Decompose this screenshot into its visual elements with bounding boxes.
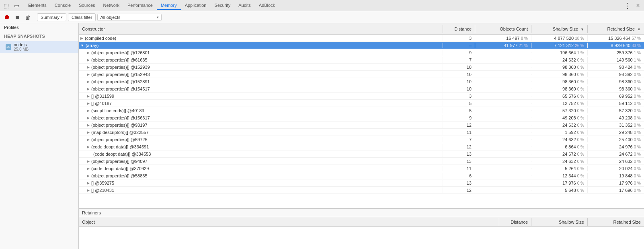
constructor-name: (object properties)[] @94097 xyxy=(91,159,148,164)
sidebar-item-profiles[interactable]: Profiles xyxy=(0,23,78,31)
expand-arrow-icon[interactable]: ▶ xyxy=(87,80,90,84)
retainers-table-header: Object Distance Shallow Size Retained Si… xyxy=(79,217,644,227)
expand-arrow-icon[interactable]: ▶ xyxy=(87,101,90,105)
constructor-name: (object properties)[] @154517 xyxy=(91,86,150,91)
tab-audits[interactable]: Audits xyxy=(234,1,255,10)
more-tabs-button[interactable]: ⋮ xyxy=(621,1,634,10)
inspect-icon[interactable]: ⬚ xyxy=(2,1,10,10)
table-row[interactable]: ▶(object properties)[] @1268019196 664 1… xyxy=(79,49,644,56)
expand-arrow-icon[interactable]: ▶ xyxy=(87,138,90,142)
expand-arrow-icon[interactable]: ▶ xyxy=(87,145,90,149)
expand-arrow-icon[interactable]: ▼ xyxy=(80,43,84,47)
distance-cell: 3 xyxy=(443,35,475,41)
table-row[interactable]: ▶(object properties)[] @1545171098 360 0… xyxy=(79,85,644,93)
table-row[interactable]: ▶(code deopt data)[] @370929115 264 0 %2… xyxy=(79,165,644,172)
table-row[interactable]: ▶(object properties)[] @1529391098 360 0… xyxy=(79,64,644,71)
clear-profiles-icon[interactable]: 🗑 xyxy=(23,13,32,22)
table-row[interactable]: ▶(object properties)[] @1529431098 360 0… xyxy=(79,71,644,78)
constructor-name: [] @210431 xyxy=(91,188,114,193)
expand-arrow-icon[interactable]: ▶ xyxy=(87,109,90,113)
table-row[interactable]: ▶(object properties)[] @59725724 632 0 %… xyxy=(79,136,644,143)
retained-sort-arrow-icon: ▼ xyxy=(637,27,641,31)
device-icon[interactable]: ▭ xyxy=(12,1,21,10)
tab-elements[interactable]: Elements xyxy=(24,1,51,10)
tab-application[interactable]: Application xyxy=(181,1,211,10)
class-filter-btn[interactable]: Class filter xyxy=(68,13,96,21)
memory-toolbar: ⏺ ⏹ 🗑 Summary ▾ Class filter All objects… xyxy=(0,11,644,23)
retainers-header: Retainers xyxy=(79,209,644,217)
tab-security[interactable]: Security xyxy=(210,1,234,10)
all-objects-label: All objects xyxy=(100,15,157,20)
all-objects-dropdown[interactable]: All objects ▾ xyxy=(97,14,162,21)
expand-arrow-icon[interactable]: ▶ xyxy=(87,174,90,178)
expand-arrow-icon[interactable]: ▶ xyxy=(87,65,90,69)
constructor-name: [] @40187 xyxy=(91,101,112,106)
distance-cell: 3 xyxy=(443,93,475,99)
objects-count-cell xyxy=(475,154,531,154)
table-row[interactable]: ▶[] @3592751317 976 0 %17 976 0 % xyxy=(79,179,644,187)
heap-item-name: nodejs xyxy=(14,42,29,47)
table-row[interactable]: ▶(object properties)[] @1528911098 360 0… xyxy=(79,78,644,85)
heap-snapshot-item[interactable]: JS nodejs 25.6 MB xyxy=(0,41,78,53)
summary-dropdown[interactable]: Summary ▾ xyxy=(37,13,66,21)
objects-count-cell xyxy=(475,183,531,183)
stop-icon[interactable]: ⏹ xyxy=(13,13,22,22)
table-row[interactable]: ▶(script line ends)[] @40183557 320 0 %5… xyxy=(79,107,644,114)
distance-cell: 13 xyxy=(443,151,475,157)
retained-size-cell: 98 360 0 % xyxy=(588,79,644,84)
heap-snapshots-title: HEAP SNAPSHOTS xyxy=(0,31,78,41)
expand-arrow-icon[interactable]: ▶ xyxy=(87,130,90,134)
tab-adblock[interactable]: AdBlock xyxy=(255,1,279,10)
tab-memory[interactable]: Memory xyxy=(157,1,181,10)
expand-arrow-icon[interactable]: ▶ xyxy=(87,58,90,62)
retained-size-cell: 24 672 0 % xyxy=(588,151,644,157)
table-row[interactable]: ▶[] @40187512 752 0 %59 112 0 % xyxy=(79,100,644,107)
tab-console[interactable]: Console xyxy=(51,1,75,10)
main-layout: Profiles HEAP SNAPSHOTS JS nodejs 25.6 M… xyxy=(0,23,644,249)
table-row[interactable]: ▶(code deopt data)[] @334591126 864 0 %2… xyxy=(79,143,644,150)
retained-size-cell: 15 326 464 57 % xyxy=(588,35,644,41)
expand-arrow-icon[interactable]: ▶ xyxy=(87,123,90,127)
retainers-section: Retainers Object Distance Shallow Size R… xyxy=(79,208,644,249)
expand-arrow-icon[interactable]: ▶ xyxy=(87,188,90,192)
retainers-body xyxy=(79,227,644,249)
tab-network[interactable]: Network xyxy=(99,1,123,10)
distance-cell: 11 xyxy=(443,130,475,135)
table-row[interactable]: ▶(object properties)[] @940971324 632 0 … xyxy=(79,158,644,165)
table-row[interactable]: ▶(object properties)[] @61635724 632 0 %… xyxy=(79,56,644,64)
retained-size-cell: 25 400 0 % xyxy=(588,137,644,142)
tab-performance[interactable]: Performance xyxy=(123,1,157,10)
expand-arrow-icon[interactable]: ▶ xyxy=(87,94,90,98)
constructor-name: (object properties)[] @59725 xyxy=(91,137,148,142)
shallow-size-cell: 57 320 0 % xyxy=(531,108,588,113)
expand-arrow-icon[interactable]: ▶ xyxy=(80,36,83,40)
objects-count-cell xyxy=(475,132,531,133)
distance-cell: 12 xyxy=(443,144,475,150)
expand-arrow-icon[interactable]: ▶ xyxy=(87,167,90,171)
close-devtools-button[interactable]: ✕ xyxy=(634,1,642,10)
table-row[interactable]: ▶(compiled code)316 497 8 %4 877 520 18 … xyxy=(79,35,644,42)
expand-arrow-icon[interactable]: ▶ xyxy=(87,116,90,120)
shallow-size-cell: 12 344 0 % xyxy=(531,173,588,179)
summary-chevron-icon: ▾ xyxy=(61,15,63,19)
shallow-size-cell: 4 877 520 18 % xyxy=(531,35,588,41)
expand-arrow-icon[interactable]: ▶ xyxy=(87,181,90,185)
expand-arrow-icon[interactable]: ▶ xyxy=(87,87,90,91)
objects-count-cell xyxy=(475,110,531,111)
table-row[interactable]: ▼(array)–41 977 21 %7 121 312 26 %8 929 … xyxy=(79,42,644,49)
expand-arrow-icon[interactable]: ▶ xyxy=(87,51,90,55)
retained-size-cell: 19 848 0 % xyxy=(588,173,644,179)
table-row[interactable]: ▶(object properties)[] @58835612 344 0 %… xyxy=(79,172,644,179)
table-row[interactable]: ▶[] @311599365 576 0 %69 952 0 % xyxy=(79,93,644,100)
shallow-size-cell: 98 360 0 % xyxy=(531,79,588,84)
expand-arrow-icon[interactable]: ▶ xyxy=(87,159,90,163)
table-row[interactable]: ▶[] @210431125 648 0 %17 696 0 % xyxy=(79,187,644,194)
retained-size-cell: 98 392 0 % xyxy=(588,72,644,77)
table-row[interactable]: ▶(map descriptors)[] @322557111 592 0 %2… xyxy=(79,129,644,136)
expand-arrow-icon[interactable]: ▶ xyxy=(87,72,90,76)
table-row[interactable]: (code deopt data)[] @3345531324 672 0 %2… xyxy=(79,150,644,158)
table-row[interactable]: ▶(object properties)[] @156317949 208 0 … xyxy=(79,114,644,121)
tab-sources[interactable]: Sources xyxy=(75,1,99,10)
table-row[interactable]: ▶(object properties)[] @931971224 632 0 … xyxy=(79,121,644,129)
record-circle-icon[interactable]: ⏺ xyxy=(2,13,11,22)
